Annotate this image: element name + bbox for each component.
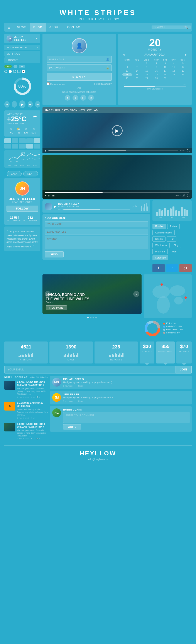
toggle-square[interactable]: — xyxy=(19,65,24,68)
cal-day[interactable]: 29 xyxy=(142,76,152,80)
menu-item-settings[interactable]: SETTINGS xyxy=(4,51,40,56)
big-video-progress[interactable] xyxy=(45,192,190,193)
tag-blog[interactable]: Blog xyxy=(171,242,181,248)
music-repeat-icon[interactable]: ↻ xyxy=(135,205,137,208)
big-vid-forward-icon[interactable]: ⏭ xyxy=(52,194,55,197)
twitter-icon[interactable]: t xyxy=(72,95,78,100)
comment-name-input[interactable] xyxy=(45,221,148,227)
cal-day[interactable]: 30 xyxy=(152,76,161,80)
thumb-9[interactable] xyxy=(26,144,33,148)
big-vid-volume-icon[interactable]: 🔊 xyxy=(182,194,185,197)
cal-day[interactable]: 12 xyxy=(178,65,188,69)
carousel-dot-2[interactable] xyxy=(90,317,92,318)
cal-day[interactable]: 4 xyxy=(169,62,178,65)
signin-button[interactable]: SIGN IN xyxy=(47,73,112,80)
cal-day[interactable]: 17 xyxy=(161,69,169,73)
tag-web[interactable]: Web xyxy=(169,249,179,254)
thumb-2[interactable] xyxy=(12,138,18,143)
thumb-7[interactable] xyxy=(12,144,18,148)
cal-day[interactable]: 27 xyxy=(122,76,132,80)
menu-item-logout[interactable]: LOGOUT xyxy=(4,57,40,63)
back-button[interactable]: BACK xyxy=(7,171,22,176)
video-fullscreen-icon[interactable]: ⛶ xyxy=(187,149,190,152)
carousel-next-arrow[interactable]: › xyxy=(133,291,140,297)
view-more-button[interactable]: VIEW MORE xyxy=(46,305,67,310)
cal-day[interactable]: 23 xyxy=(152,73,161,76)
cal-day[interactable]: 10 xyxy=(161,65,169,69)
cal-day[interactable]: 16 xyxy=(152,69,161,73)
thumb-5[interactable] xyxy=(34,138,40,143)
carousel-dot-1[interactable] xyxy=(87,317,89,318)
carousel-dot-4[interactable] xyxy=(96,317,97,318)
radio-unchecked-2[interactable] xyxy=(13,70,16,73)
cal-day[interactable]: 28 xyxy=(132,76,142,80)
tag-corporate[interactable]: Corporate xyxy=(152,255,168,260)
cal-day[interactable]: 25 xyxy=(169,73,178,76)
twitter-button[interactable]: t xyxy=(166,264,178,272)
big-vid-fullscreen-icon[interactable]: ⛶ xyxy=(187,194,190,197)
nav-item-contact[interactable]: CONTACT xyxy=(64,23,86,32)
play-large-button[interactable]: ▶ xyxy=(112,125,122,136)
cal-day[interactable]: 3 xyxy=(161,62,169,65)
search-input[interactable] xyxy=(154,26,184,29)
username-field[interactable]: USERNAME 👤 xyxy=(47,56,112,63)
tag-flat[interactable]: Flat xyxy=(166,236,176,242)
cal-day[interactable]: 8 xyxy=(142,65,152,69)
cal-day[interactable]: 24 xyxy=(161,73,169,76)
toggle-off[interactable]: ○ xyxy=(14,65,17,68)
cal-day[interactable]: 19 xyxy=(178,69,188,73)
cal-day[interactable]: 31 xyxy=(161,76,169,80)
rewind-btn[interactable]: ⏮ xyxy=(4,101,10,108)
music-play-btn[interactable]: ▶ xyxy=(54,205,56,208)
comment-reply-jena[interactable]: → Reply xyxy=(76,400,84,402)
password-field[interactable]: PASSWORD 🔒 xyxy=(47,64,112,71)
cal-day[interactable]: 6 xyxy=(122,65,132,69)
pause-btn[interactable]: ⏸ xyxy=(12,101,17,108)
comment-placeholder-text[interactable]: ENTER YOUR COMMENT xyxy=(63,412,190,423)
tag-communication[interactable]: Communication xyxy=(152,230,175,235)
cal-day-active[interactable]: 20 xyxy=(122,73,132,76)
thumb-4[interactable] xyxy=(26,138,33,143)
user-card[interactable]: JH JERRY HELFELD ▼ xyxy=(4,34,40,43)
forgot-password-link[interactable]: Forgot password? xyxy=(94,83,112,85)
cal-prev-btn[interactable]: ◄ xyxy=(122,53,126,56)
cal-day[interactable] xyxy=(178,76,188,80)
view-all-link[interactable]: VIEW ALL NEWS › xyxy=(30,376,48,379)
tab-news[interactable]: NEWS xyxy=(4,376,12,379)
follow-button[interactable]: FOLLOW xyxy=(6,206,38,212)
facebook-button[interactable]: f xyxy=(152,264,165,272)
nav-item-blog[interactable]: BLOG xyxy=(30,23,46,32)
remember-checkbox[interactable] xyxy=(47,82,50,85)
write-button[interactable]: WRITE xyxy=(63,424,81,430)
google-icon[interactable]: g+ xyxy=(80,95,86,100)
carousel-dot-3[interactable] xyxy=(92,317,94,318)
big-vid-rewind-icon[interactable]: ⏮ xyxy=(48,194,50,197)
cal-day[interactable]: 18 xyxy=(169,69,178,73)
facebook-icon[interactable]: f xyxy=(65,95,70,100)
tag-retina[interactable]: Retina xyxy=(167,224,180,229)
thumb-8[interactable] xyxy=(19,144,26,148)
thumb-1[interactable] xyxy=(4,138,11,143)
cal-day[interactable]: 13 xyxy=(122,69,132,73)
play-btn[interactable]: ▶ xyxy=(19,100,26,108)
menu-item-profile[interactable]: YOUR PROFILE › xyxy=(4,45,40,50)
nav-item-news[interactable]: NEWS xyxy=(14,23,30,32)
cal-day[interactable] xyxy=(132,62,142,65)
send-button[interactable]: SEND xyxy=(45,251,64,258)
checkbox-checked[interactable]: ✓ xyxy=(22,70,25,73)
next-button[interactable]: NEXT xyxy=(23,171,38,176)
thumb-3[interactable] xyxy=(19,138,26,143)
googleplus-button[interactable]: g+ xyxy=(180,264,192,272)
toggle-on[interactable]: ON xyxy=(4,65,12,68)
tab-popular[interactable]: POPULAR xyxy=(14,376,28,379)
music-volume-icon[interactable]: ♪ xyxy=(138,205,140,208)
comment-reply-michael[interactable]: → Reply xyxy=(76,385,84,387)
checkbox-unchecked[interactable] xyxy=(18,70,20,73)
cal-day[interactable]: 15 xyxy=(142,69,152,73)
cal-day[interactable]: 7 xyxy=(132,65,142,69)
tag-design[interactable]: Design xyxy=(152,236,166,242)
nav-item-about[interactable]: ABOUT xyxy=(46,23,64,32)
music-progress-bar[interactable] xyxy=(63,209,130,210)
cal-day[interactable]: 21 xyxy=(132,73,142,76)
social-icon-4[interactable]: in xyxy=(88,95,94,100)
